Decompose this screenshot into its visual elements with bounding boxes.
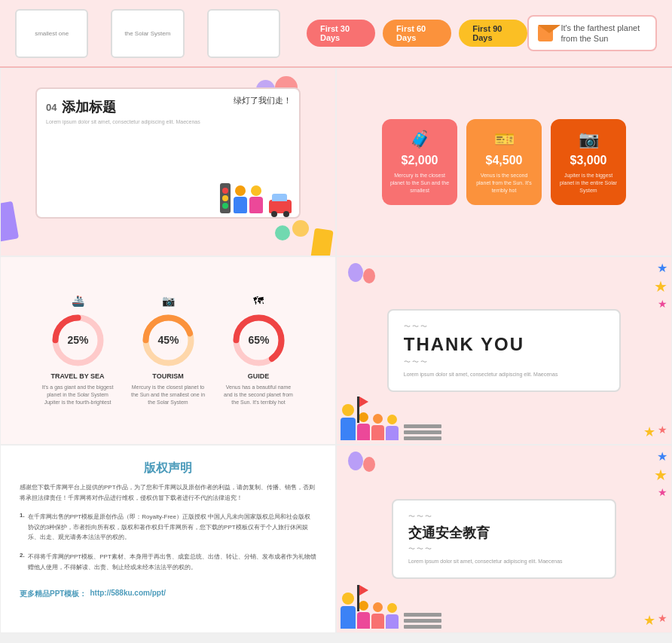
traffic-stars-bottom-right: ★ ★ bbox=[643, 612, 667, 629]
svg-text:65%: 65% bbox=[248, 334, 270, 346]
people-scene bbox=[234, 185, 263, 213]
copyright-para2: 在千库网出售的PPT模板是原创作品（即：Royalty-Free）正版授权 中国… bbox=[28, 512, 316, 543]
thankyou-box: 〜〜〜 THANK YOU 〜〜〜 Lorem ipsum dolor sit … bbox=[387, 309, 622, 392]
copyright-more-label: 更多精品PPT模板： bbox=[20, 589, 87, 599]
badge-30-days: First 30 Days bbox=[307, 20, 375, 47]
traffic-star-yellow: ★ bbox=[654, 466, 667, 484]
balloon-purple-sm bbox=[348, 263, 363, 282]
balloon-top-left bbox=[348, 263, 363, 282]
traffic-kids-group bbox=[341, 592, 441, 629]
donut-label-0: TRAVEL BY SEA bbox=[50, 372, 104, 380]
wheel-left bbox=[271, 211, 277, 217]
kids-group bbox=[341, 404, 441, 440]
traffic-title: 交通安全教育 bbox=[408, 524, 600, 542]
svg-text:45%: 45% bbox=[157, 334, 179, 346]
slide-04-title: 添加标题 bbox=[62, 98, 116, 116]
wavy-deco-bottom: 〜〜〜 bbox=[404, 357, 605, 367]
pricing-desc-2: Venus is the second planet from the Sun.… bbox=[474, 172, 534, 194]
child2-body bbox=[371, 425, 384, 440]
tc2-body bbox=[371, 614, 384, 629]
slide-pricing-cell: 🧳 $2,000 Mercury is the closest planet t… bbox=[336, 68, 672, 256]
balloon-yellow bbox=[292, 220, 309, 237]
traffic-child-2 bbox=[371, 602, 384, 629]
child3-head bbox=[387, 415, 397, 424]
copyright-title: 版权声明 bbox=[20, 461, 316, 476]
donut-svg-1: 45% bbox=[140, 312, 197, 369]
donut-svg-2: 65% bbox=[231, 312, 287, 369]
copyright-num1: 1. bbox=[20, 512, 25, 519]
star-yellow-2: ★ bbox=[643, 424, 655, 440]
traffic-stars-top-right: ★ ★ ★ bbox=[654, 449, 667, 498]
tc1-head bbox=[359, 601, 368, 611]
traffic-child-3 bbox=[386, 603, 399, 629]
donut-item-2: 🗺 65% GUIDE Venus has a beautiful name a… bbox=[221, 295, 296, 406]
pricing-price-1: $2,000 bbox=[402, 154, 438, 167]
thankyou-desc: Lorem ipsum dolor sit amet, consectetur … bbox=[404, 371, 605, 379]
pricing-card-1: 🧳 $2,000 Mercury is the closest planet t… bbox=[382, 119, 457, 204]
slide-thumb-2: the Solar System bbox=[111, 9, 184, 58]
donut-icon-1: 📷 bbox=[162, 295, 175, 307]
star-blue-1: ★ bbox=[657, 261, 667, 275]
traffic-balloon-2 bbox=[363, 457, 375, 472]
donut-desc-0: It's a gas giant and the biggest planet … bbox=[40, 384, 115, 406]
pricing-cards-group: 🧳 $2,000 Mercury is the closest planet t… bbox=[382, 119, 626, 204]
tcw-line-1 bbox=[404, 613, 441, 617]
pricing-price-3: $3,000 bbox=[570, 154, 607, 167]
child1-body bbox=[357, 424, 370, 440]
scene-illustration bbox=[220, 183, 292, 213]
sticker-yellow bbox=[310, 228, 333, 256]
balloon-green bbox=[275, 225, 290, 240]
star-red-1: ★ bbox=[658, 424, 667, 440]
top-strip: smallest one the Solar System First 30 D… bbox=[0, 0, 672, 68]
top-envelope-info: It's the farthest planet from the Sun bbox=[527, 15, 657, 52]
traffic-adult bbox=[341, 592, 356, 629]
pricing-card-3: 📷 $3,000 Jupiter is the biggest planet i… bbox=[551, 119, 626, 204]
traffic-wavy-top: 〜〜〜 bbox=[408, 512, 600, 522]
crosswalk-line-3 bbox=[404, 436, 441, 440]
crosswalk-line-1 bbox=[404, 424, 441, 428]
child3-body bbox=[386, 426, 399, 440]
slide-thumb-1: smallest one bbox=[15, 9, 88, 58]
slide-inner-frame: 04 添加标题 Lorem ipsum dolor sit amet, cons… bbox=[35, 87, 301, 219]
traffic-flag bbox=[359, 585, 368, 596]
car-window bbox=[272, 194, 287, 201]
pricing-price-2: $4,500 bbox=[486, 154, 523, 167]
person-1 bbox=[234, 185, 247, 213]
copyright-num2: 2. bbox=[20, 552, 25, 559]
crosswalk-line-2 bbox=[404, 430, 441, 434]
slide-04-cell: 04 添加标题 Lorem ipsum dolor sit amet, cons… bbox=[0, 68, 336, 256]
tc2-head bbox=[373, 602, 383, 612]
traffic-adult-body bbox=[341, 606, 356, 629]
donut-icon-0: 🚢 bbox=[72, 295, 84, 307]
donut-item-1: 📷 45% TOURISM Mercury is the closest pla… bbox=[130, 295, 206, 406]
traffic-balloon-1 bbox=[348, 452, 363, 470]
traffic-star-pink: ★ bbox=[658, 486, 667, 498]
slide-copyright-cell: 版权声明 感谢您下载千库网平台上提供的PPT作品，为了您和千库网以及原创作者的利… bbox=[0, 445, 336, 633]
pricing-icon-1: 🧳 bbox=[410, 130, 430, 149]
donut-desc-1: Mercury is the closest planet to the Sun… bbox=[130, 384, 206, 406]
balloon-red-sm bbox=[363, 268, 375, 283]
wheel-right bbox=[283, 211, 289, 217]
copyright-section-2: 2. 不得将千库网的PPT模板、PPT素材、本身用于再出售、成套总统、出借、转让… bbox=[20, 552, 316, 572]
tcw-line-3 bbox=[404, 625, 441, 629]
pricing-card-2: 🎫 $4,500 Venus is the second planet from… bbox=[466, 119, 542, 204]
envelope-icon bbox=[538, 25, 553, 41]
copyright-section-1: 1. 在千库网出售的PPT模板是原创作品（即：Royalty-Free）正版授权… bbox=[20, 512, 316, 543]
child1-head bbox=[359, 412, 368, 422]
donut-svg-0: 25% bbox=[50, 312, 106, 369]
tc3-head bbox=[387, 603, 397, 613]
slide-thankyou-cell: ★ ★ ★ ★ ★ bbox=[336, 256, 672, 445]
child-3 bbox=[386, 415, 399, 440]
flag-triangle bbox=[359, 397, 368, 407]
star-pink-1: ★ bbox=[658, 298, 667, 310]
pricing-desc-1: Mercury is the closest planet to the Sun… bbox=[389, 172, 450, 194]
crosswalk-marks bbox=[404, 424, 441, 440]
balloon-top-left-2 bbox=[363, 268, 375, 283]
traffic-desc: Lorem ipsum dolor sit amet, consectetur … bbox=[408, 558, 600, 566]
pricing-desc-3: Jupiter is the biggest planet in the ent… bbox=[558, 172, 619, 194]
pricing-icon-3: 📷 bbox=[579, 130, 599, 149]
tcw-line-2 bbox=[404, 619, 441, 623]
top-badges: smallest one the Solar System First 30 D… bbox=[15, 9, 527, 58]
adult-body bbox=[341, 418, 356, 440]
donut-label-1: TOURISM bbox=[152, 372, 183, 380]
